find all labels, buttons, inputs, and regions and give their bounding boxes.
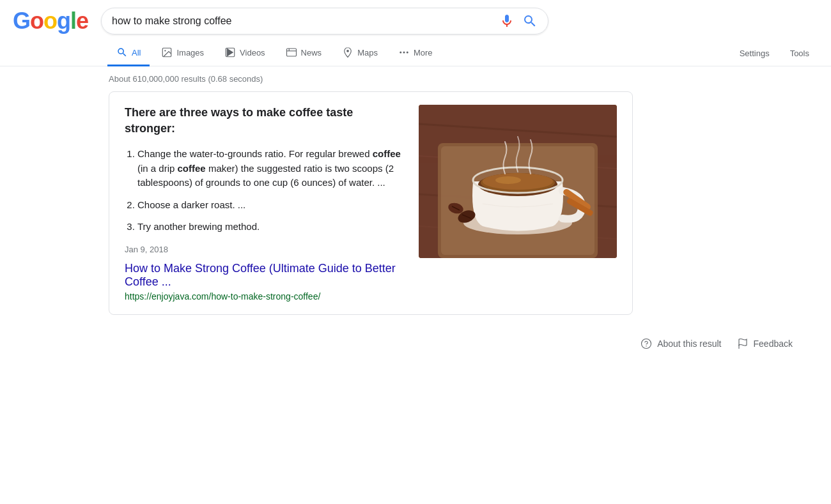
logo-letter-o2: o (43, 8, 57, 34)
question-circle-icon (641, 338, 652, 349)
logo-letter-o1: o (30, 8, 43, 34)
svg-point-31 (642, 339, 651, 348)
map-pin-nav-icon (342, 47, 353, 58)
logo-letter-g: G (13, 8, 30, 34)
nav-item-videos[interactable]: Videos (215, 40, 274, 66)
nav-label-news: News (301, 48, 322, 57)
bold-coffee-2: coffee (178, 163, 206, 174)
nav-label-videos: Videos (240, 48, 265, 57)
news-nav-icon (286, 47, 297, 58)
about-result-button[interactable]: About this result (641, 338, 721, 349)
nav-tools[interactable]: Tools (781, 42, 818, 65)
nav-label-all: All (132, 48, 141, 57)
result-title-link[interactable]: How to Make Strong Coffee (Ultimate Guid… (125, 262, 403, 289)
mic-icon[interactable] (499, 13, 515, 29)
search-button-icon[interactable] (522, 13, 538, 29)
nav-item-maps[interactable]: Maps (333, 40, 387, 66)
svg-point-23 (495, 176, 521, 184)
settings-label: Settings (740, 49, 770, 58)
feedback-button[interactable]: Feedback (737, 338, 793, 349)
google-logo[interactable]: Google (13, 8, 88, 34)
nav-bar: All Images Videos (0, 34, 831, 66)
footer-bar: About this result Feedback (109, 328, 818, 360)
header: Google (0, 0, 831, 34)
about-result-label: About this result (657, 339, 721, 349)
coffee-image (419, 105, 617, 258)
feedback-label: Feedback (754, 339, 793, 349)
nav-label-images: Images (176, 48, 204, 57)
search-input[interactable] (112, 15, 492, 27)
logo-letter-l: l (70, 8, 76, 34)
result-url: https://enjoyjava.com/how-to-make-strong… (125, 291, 320, 302)
list-item: Change the water-to-grounds ratio. For r… (137, 147, 403, 190)
nav-item-more[interactable]: More (389, 40, 442, 66)
featured-list: Change the water-to-grounds ratio. For r… (125, 147, 403, 234)
svg-point-8 (346, 50, 349, 52)
nav-settings[interactable]: Settings (731, 42, 779, 65)
featured-date: Jan 9, 2018 (125, 245, 403, 254)
nav-item-news[interactable]: News (277, 40, 331, 66)
nav-label-maps: Maps (357, 48, 378, 57)
featured-text-content: There are three ways to make coffee tast… (125, 105, 403, 302)
bold-coffee-1: coffee (373, 148, 401, 159)
logo-letter-g2: g (57, 8, 70, 34)
nav-label-more: More (414, 48, 433, 57)
svg-point-1 (165, 50, 166, 51)
flag-icon (737, 338, 749, 349)
nav-item-images[interactable]: Images (152, 40, 213, 66)
search-nav-icon (116, 47, 128, 58)
svg-point-11 (407, 52, 408, 54)
list-item: Try another brewing method. (137, 220, 403, 234)
list-item: Choose a darker roast. ... (137, 198, 403, 213)
coffee-image-svg (419, 105, 617, 258)
featured-title: There are three ways to make coffee tast… (125, 105, 403, 137)
svg-point-9 (400, 52, 401, 54)
video-nav-icon (224, 47, 236, 58)
nav-item-all[interactable]: All (107, 40, 150, 66)
search-bar (101, 8, 548, 34)
search-bar-wrapper (101, 8, 548, 34)
tools-label: Tools (790, 49, 809, 58)
results-info: About 610,000,000 results (0.68 seconds) (0, 66, 831, 91)
svg-point-10 (403, 52, 405, 54)
dots-nav-icon (398, 47, 410, 58)
logo-letter-e: e (76, 8, 88, 34)
results-count: About 610,000,000 results (0.68 seconds) (109, 74, 263, 84)
main-content: There are three ways to make coffee tast… (0, 91, 831, 372)
image-nav-icon (161, 47, 173, 58)
featured-snippet-card: There are three ways to make coffee tast… (109, 91, 633, 315)
svg-rect-5 (286, 49, 296, 56)
